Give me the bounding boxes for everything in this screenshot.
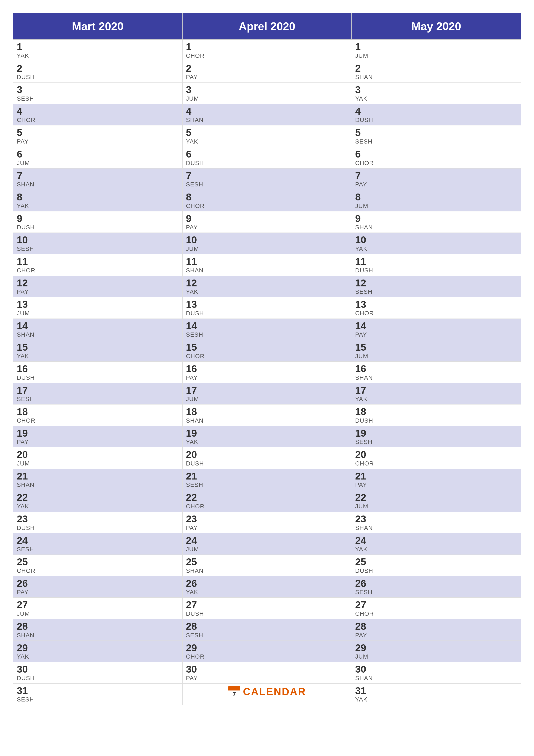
day-number: 14 — [355, 320, 518, 332]
day-name: JUM — [186, 95, 348, 102]
calendar-cell: 20 JUM — [13, 447, 182, 469]
day-number: 23 — [17, 514, 179, 525]
calendar-cell: 14 SESH — [182, 318, 352, 340]
day-number: 27 — [355, 599, 518, 610]
day-name: SHAN — [186, 567, 348, 574]
day-name: YAK — [355, 546, 518, 553]
day-number: 28 — [17, 621, 179, 632]
day-number: 22 — [355, 492, 518, 503]
day-name: YAK — [17, 202, 179, 209]
calendar-cell: 12 YAK — [182, 276, 352, 297]
calendar-cell: 7 SESH — [182, 168, 352, 190]
day-number: 24 — [17, 535, 179, 546]
day-name: DUSH — [186, 610, 348, 617]
calendar-cell: 17 JUM — [182, 383, 352, 405]
day-number: 19 — [186, 428, 348, 439]
month-header-may: May 2020 — [352, 13, 521, 40]
day-number: 1 — [17, 41, 179, 52]
calendar-cell: 24 YAK — [352, 533, 521, 555]
day-name: JUM — [17, 160, 179, 167]
calendar-logo: 7 CALENDAR — [186, 685, 348, 698]
calendar-cell: 27 CHOR — [352, 598, 521, 619]
day-name: SESH — [355, 288, 518, 295]
day-number: 3 — [355, 84, 518, 95]
day-name: PAY — [17, 439, 179, 446]
svg-text:7: 7 — [233, 691, 236, 697]
calendar-cell: 1 CHOR — [182, 40, 352, 61]
day-number: 10 — [355, 234, 518, 245]
calendar-cell: 9 SHAN — [352, 211, 521, 233]
day-name: SESH — [355, 138, 518, 145]
calendar-cell: 6 CHOR — [352, 147, 521, 168]
calendar-row: 22 YAK 22 CHOR 22 JUM — [13, 490, 521, 512]
day-name: SHAN — [355, 374, 518, 381]
day-name: JUM — [355, 52, 518, 59]
calendar-cell: 11 SHAN — [182, 254, 352, 276]
day-name: SHAN — [355, 675, 518, 682]
calendar-row: 18 CHOR 18 SHAN 18 DUSH — [13, 405, 521, 426]
calendar-cell: 30 PAY — [182, 662, 352, 684]
day-number: 10 — [186, 234, 348, 245]
day-name: JUM — [355, 202, 518, 209]
day-number: 8 — [186, 192, 348, 202]
day-name: CHOR — [355, 160, 518, 167]
day-name: YAK — [17, 653, 179, 660]
calendar-cell: 24 SESH — [13, 533, 182, 555]
calendar-cell: 20 DUSH — [182, 447, 352, 469]
day-number: 19 — [17, 428, 179, 439]
day-name: PAY — [186, 224, 348, 231]
day-number: 12 — [17, 278, 179, 288]
month-header-mart: Mart 2020 — [13, 13, 182, 40]
day-name: CHOR — [355, 610, 518, 617]
day-number: 18 — [186, 406, 348, 417]
day-number: 4 — [186, 106, 348, 117]
calendar-row: 24 SESH 24 JUM 24 YAK — [13, 533, 521, 555]
day-name: CHOR — [17, 417, 179, 424]
calendar-cell: 12 SESH — [352, 276, 521, 297]
day-name: YAK — [355, 95, 518, 102]
day-number: 23 — [355, 514, 518, 525]
calendar-row: 1 YAK 1 CHOR 1 JUM — [13, 40, 521, 61]
calendar-cell: 4 SHAN — [182, 104, 352, 125]
day-number: 18 — [355, 406, 518, 417]
calendar-row: 6 JUM 6 DUSH 6 CHOR — [13, 147, 521, 168]
svg-rect-3 — [228, 688, 240, 690]
calendar-cell: 30 SHAN — [352, 662, 521, 684]
day-name: CHOR — [186, 52, 348, 59]
day-name: PAY — [186, 74, 348, 81]
calendar-cell: 15 JUM — [352, 340, 521, 362]
day-number: 19 — [355, 428, 518, 439]
day-name: SESH — [186, 181, 348, 188]
calendar-cell: 11 DUSH — [352, 254, 521, 276]
calendar-cell: 16 PAY — [182, 362, 352, 383]
day-number: 25 — [355, 556, 518, 567]
calendar-cell: 3 SESH — [13, 83, 182, 104]
day-number: 2 — [355, 63, 518, 74]
calendar-row: 25 CHOR 25 SHAN 25 DUSH — [13, 555, 521, 576]
day-name: PAY — [355, 331, 518, 338]
calendar-cell: 7 PAY — [352, 168, 521, 190]
calendar-row: 7 SHAN 7 SESH 7 PAY — [13, 168, 521, 190]
calendar-cell: 25 SHAN — [182, 555, 352, 576]
calendar-cell: 8 CHOR — [182, 190, 352, 211]
day-name: YAK — [355, 396, 518, 403]
day-number: 3 — [17, 84, 179, 95]
day-name: YAK — [355, 245, 518, 252]
day-name: DUSH — [355, 117, 518, 123]
day-name: JUM — [186, 245, 348, 252]
day-name: JUM — [186, 546, 348, 553]
day-name: JUM — [17, 460, 179, 467]
calendar-row: 11 CHOR 11 SHAN 11 DUSH — [13, 254, 521, 276]
calendar-cell: 2 PAY — [182, 61, 352, 83]
calendar-cell: 26 YAK — [182, 576, 352, 598]
calendar-cell: 26 PAY — [13, 576, 182, 598]
calendar-cell: 5 YAK — [182, 125, 352, 147]
day-number: 27 — [17, 599, 179, 610]
calendar-row: 12 PAY 12 YAK 12 SESH — [13, 276, 521, 297]
month-header-aprel: Aprel 2020 — [182, 13, 352, 40]
day-number: 7 — [355, 170, 518, 181]
day-number: 13 — [355, 299, 518, 310]
calendar-cell: 15 YAK — [13, 340, 182, 362]
day-name: YAK — [355, 696, 518, 703]
day-number: 2 — [17, 63, 179, 74]
